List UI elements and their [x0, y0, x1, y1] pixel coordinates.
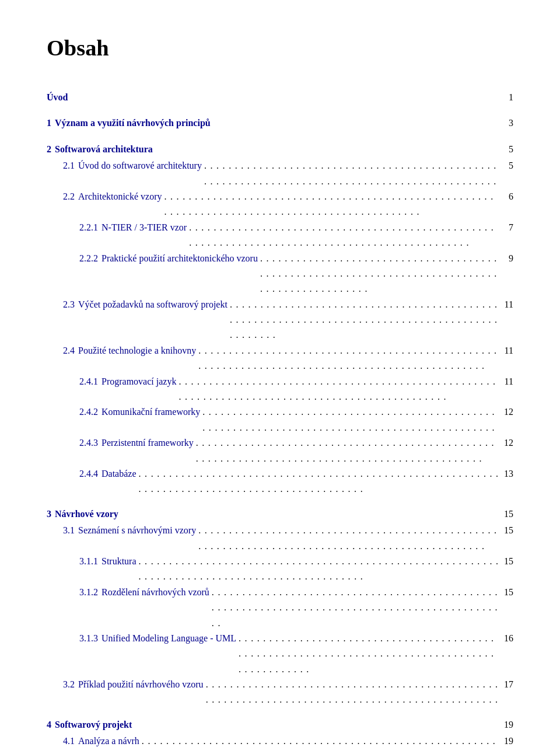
subsection-2-2-2-title: Praktické použití architektonického vzor… [102, 251, 258, 266]
subsection-2-2-1-title: N-TIER / 3-TIER vzor [102, 220, 187, 235]
subsection-2-4-3-title: Perzistentní frameworky [102, 435, 194, 451]
section-2-3-dots [230, 297, 499, 343]
section-3-1-page: 15 [502, 523, 513, 538]
section-2-4-page: 11 [502, 343, 513, 358]
subsection-2-4-2-page: 12 [502, 404, 513, 420]
chapter-3-num: 3 [47, 507, 51, 522]
subsection-2-4-3: 2.4.3 Perzistentní frameworky 12 [47, 435, 513, 466]
section-2-2-num: 2.2 [63, 189, 75, 204]
section-2-4-num: 2.4 [63, 343, 75, 358]
section-4-1-page: 19 [502, 734, 513, 749]
subsection-2-4-4-dots [139, 466, 499, 497]
subsection-3-1-3-dots [239, 631, 499, 677]
chapter-2: 2 Softwarová architektura 5 [47, 142, 513, 157]
subsection-2-2-2: 2.2.2 Praktické použití architektonickéh… [47, 251, 513, 297]
subsection-3-1-3-page: 16 [502, 631, 513, 646]
subsection-2-2-1-page: 7 [502, 220, 513, 235]
subsection-3-1-1-dots [139, 554, 499, 585]
section-2-3-page: 11 [502, 297, 513, 312]
subsection-3-1-2-page: 15 [502, 585, 513, 600]
subsection-2-4-4-num: 2.4.4 [79, 466, 98, 481]
subsection-3-1-3-num: 3.1.3 [79, 631, 98, 646]
subsection-2-4-1-dots [178, 374, 499, 405]
subsection-2-2-2-num: 2.2.2 [79, 251, 98, 266]
subsection-2-4-2: 2.4.2 Komunikační frameworky 12 [47, 404, 513, 435]
section-4-1: 4.1 Analýza a návrh 19 [47, 734, 513, 754]
toc-intro: Úvod 1 [47, 90, 513, 105]
subsection-3-1-3-title: Unified Modeling Language - UML [102, 631, 236, 646]
chapter-4-title: Softwarový projekt [55, 717, 132, 732]
chapter-2-num: 2 [47, 142, 51, 157]
section-2-2-dots [164, 189, 500, 220]
subsection-2-4-2-num: 2.4.2 [79, 404, 98, 420]
subsection-3-1-2-num: 3.1.2 [79, 585, 98, 600]
chapter-3-page: 15 [502, 507, 513, 522]
chapter-4: 4 Softwarový projekt 19 [47, 717, 513, 732]
subsection-2-2-1: 2.2.1 N-TIER / 3-TIER vzor 7 [47, 220, 513, 251]
subsection-2-4-2-dots [202, 404, 499, 435]
subsection-2-4-3-num: 2.4.3 [79, 435, 98, 451]
subsection-2-4-1-title: Programovací jazyk [102, 374, 176, 389]
chapter-1-num: 1 [47, 116, 51, 131]
section-3-2-num: 3.2 [63, 677, 75, 692]
subsection-2-4-4-page: 13 [502, 466, 513, 481]
section-2-4-title: Použité technologie a knihovny [78, 343, 196, 358]
subsection-2-4-3-page: 12 [502, 435, 513, 451]
chapter-3-title: Návrhové vzory [55, 507, 118, 522]
section-2-3-num: 2.3 [63, 297, 75, 312]
chapter-1: 1 Význam a využití návrhových principů 3 [47, 116, 513, 131]
section-2-1-title: Úvod do softwarové architektury [78, 158, 202, 173]
intro-page: 1 [502, 90, 513, 105]
page-title: Obsah [47, 35, 513, 61]
toc-container: Úvod 1 1 Význam a využití návrhových pri… [47, 90, 513, 754]
subsection-3-1-1-page: 15 [502, 554, 513, 569]
section-3-1-num: 3.1 [63, 523, 75, 538]
section-4-1-dots [142, 734, 499, 754]
subsection-3-1-2: 3.1.2 Rozdělení návrhových vzorů 15 [47, 585, 513, 631]
chapter-1-page: 3 [502, 116, 513, 131]
chapter-3: 3 Návrhové vzory 15 [47, 507, 513, 522]
subsection-3-1-1-num: 3.1.1 [79, 554, 98, 569]
section-3-2-title: Příklad použití návrhového vzoru [78, 677, 204, 692]
intro-label: Úvod [47, 90, 68, 105]
chapter-4-page: 19 [502, 717, 513, 732]
chapter-1-title: Význam a využití návrhových principů [55, 116, 211, 131]
section-2-2-page: 6 [502, 189, 513, 204]
section-2-1-page: 5 [502, 158, 513, 173]
subsection-2-4-1: 2.4.1 Programovací jazyk 11 [47, 374, 513, 405]
subsection-3-1-1-title: Struktura [102, 554, 136, 569]
chapter-4-num: 4 [47, 717, 51, 732]
subsection-2-2-1-num: 2.2.1 [79, 220, 98, 235]
section-3-1: 3.1 Seznámení s návrhovými vzory 15 [47, 523, 513, 554]
subsection-2-2-2-dots [260, 251, 499, 297]
section-2-3: 2.3 Výčet požadavků na softwarový projek… [47, 297, 513, 343]
subsection-3-1-3: 3.1.3 Unified Modeling Language - UML 16 [47, 631, 513, 677]
section-4-1-title: Analýza a návrh [78, 734, 139, 749]
section-2-4: 2.4 Použité technologie a knihovny 11 [47, 343, 513, 374]
subsection-2-2-2-page: 9 [502, 251, 513, 266]
section-3-2: 3.2 Příklad použití návrhového vzoru 17 [47, 677, 513, 708]
section-2-1-dots [204, 158, 499, 189]
section-2-3-title: Výčet požadavků na softwarový projekt [78, 297, 228, 312]
subsection-2-2-1-dots [189, 220, 499, 251]
section-3-1-title: Seznámení s návrhovými vzory [78, 523, 196, 538]
section-2-1: 2.1 Úvod do softwarové architektury 5 [47, 158, 513, 189]
subsection-3-1-2-dots [212, 585, 499, 631]
subsection-2-4-3-dots [196, 435, 499, 466]
subsection-3-1-1: 3.1.1 Struktura 15 [47, 554, 513, 585]
section-4-1-num: 4.1 [63, 734, 75, 749]
section-2-2: 2.2 Architektonické vzory 6 [47, 189, 513, 220]
subsection-3-1-2-title: Rozdělení návrhových vzorů [102, 585, 209, 600]
subsection-2-4-1-num: 2.4.1 [79, 374, 98, 389]
subsection-2-4-2-title: Komunikační frameworky [102, 404, 200, 420]
section-2-2-title: Architektonické vzory [78, 189, 162, 204]
chapter-2-title: Softwarová architektura [55, 142, 153, 157]
chapter-2-page: 5 [502, 142, 513, 157]
section-3-1-dots [198, 523, 499, 554]
subsection-2-4-4: 2.4.4 Databáze 13 [47, 466, 513, 497]
subsection-2-4-1-page: 11 [502, 374, 513, 389]
section-2-1-num: 2.1 [63, 158, 75, 173]
subsection-2-4-4-title: Databáze [102, 466, 136, 481]
section-3-2-page: 17 [502, 677, 513, 692]
section-3-2-dots [206, 677, 499, 708]
